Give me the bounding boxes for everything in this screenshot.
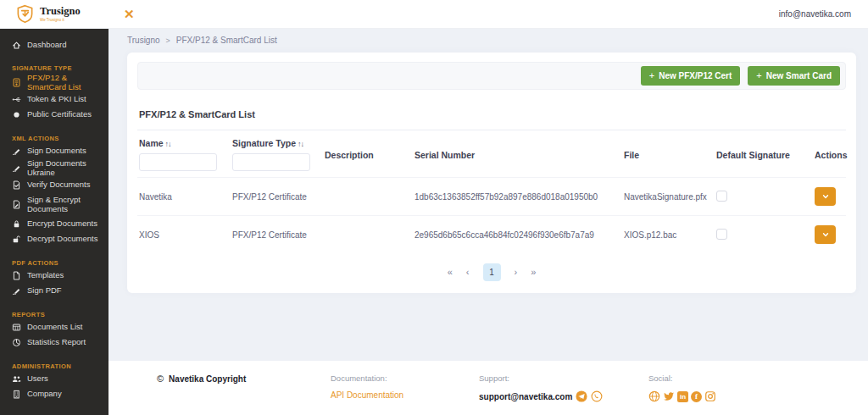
shield-logo-icon xyxy=(15,4,35,24)
footer-copyright: Navetika Copyright xyxy=(169,374,246,384)
cell-serial-number: 1db63c1363852ff57b92a897e886d018a01950b0 xyxy=(415,192,624,202)
sidebar-item-token-pki-list[interactable]: Token & PKI List xyxy=(0,92,108,108)
instagram-icon[interactable] xyxy=(704,390,716,402)
signature-icon xyxy=(12,286,21,296)
sidebar-item-sign-encrypt-documents[interactable]: Sign & Encrypt Documents xyxy=(0,193,108,217)
card-toolbar: + New PFX/P12 Cert + New Smart Card xyxy=(137,62,846,90)
plus-icon: + xyxy=(649,71,654,80)
sidebar-item-company[interactable]: Company xyxy=(0,387,108,402)
cell-serial-number: 2e965d6b65c6cca46b84fc02496f930e6fb7a7a9 xyxy=(415,230,624,240)
users-icon xyxy=(12,374,21,384)
cell-file: NavetikaSignature.pfx xyxy=(624,192,716,202)
sidebar-section-pdf-actions: PDF ACTIONS xyxy=(0,258,108,268)
column-header-file: File xyxy=(624,150,716,160)
certificate-icon xyxy=(12,78,21,87)
home-icon xyxy=(12,41,21,50)
breadcrumb-separator-icon: > xyxy=(166,36,170,45)
chevron-down-icon xyxy=(821,230,830,239)
list-card: + New PFX/P12 Cert + New Smart Card PFX/… xyxy=(127,53,856,293)
footer-documentation-label: Documentation: xyxy=(331,374,479,383)
usb-icon xyxy=(12,95,21,104)
sidebar-item-documents-list[interactable]: Documents List xyxy=(0,320,108,335)
sidebar-item-verify-documents[interactable]: Verify Documents xyxy=(0,178,108,193)
support-email[interactable]: support@navetika.com xyxy=(479,392,572,401)
row-actions-dropdown-button[interactable] xyxy=(815,187,836,206)
row-actions-dropdown-button[interactable] xyxy=(815,225,836,244)
cell-name: Navetika xyxy=(139,192,232,202)
sidebar-item-sign-documents-ukraine[interactable]: Sign Documents Ukraine xyxy=(0,159,108,178)
column-header-default-signature: Default Signature xyxy=(716,150,810,160)
sidebar-section-xml-actions: XML ACTIONS xyxy=(0,134,108,144)
content-spacer xyxy=(108,293,868,361)
breadcrumb-home[interactable]: Trusigno xyxy=(127,36,160,45)
column-header-description: Description xyxy=(325,150,415,160)
pagination-last-button[interactable]: » xyxy=(531,268,536,277)
copyright-icon: © xyxy=(157,374,164,385)
sidebar-item-public-certificates[interactable]: Public Certificates xyxy=(0,108,108,123)
table-row: Navetika PFX/P12 Certificate 1db63c13638… xyxy=(137,177,846,215)
pagination-first-button[interactable]: « xyxy=(448,268,453,277)
app-window: Trusigno We Trusigno it ✕ info@navetika.… xyxy=(0,0,868,415)
signature-icon xyxy=(12,147,21,156)
pagination-prev-button[interactable]: ‹ xyxy=(466,268,470,277)
footer: © Navetika Copyright Documentation: API … xyxy=(108,361,868,415)
cell-signature-type: PFX/P12 Certificate xyxy=(232,230,325,240)
new-pfx-p12-cert-button[interactable]: + New PFX/P12 Cert xyxy=(641,66,741,86)
main-content: Trusigno > PFX/P12 & SmartCard List + Ne… xyxy=(108,29,868,415)
cell-file: XIOS.p12.bac xyxy=(624,230,716,240)
file-signature-icon xyxy=(12,200,21,209)
breadcrumb: Trusigno > PFX/P12 & SmartCard List xyxy=(108,29,868,51)
top-header: Trusigno We Trusigno it ✕ info@navetika.… xyxy=(0,0,868,29)
telegram-icon[interactable] xyxy=(576,390,587,402)
sidebar: Dashboard SIGNATURE TYPE PFX/P12 & Smart… xyxy=(0,29,108,415)
name-filter-input[interactable] xyxy=(139,153,217,171)
header-contact-email[interactable]: info@navetika.com xyxy=(779,9,868,19)
sidebar-item-pfx-p12-smartcard-list[interactable]: PFX/P12 & SmartCard List xyxy=(0,74,108,92)
circle-icon xyxy=(12,110,21,119)
brand-name: Trusigno xyxy=(40,6,81,17)
globe-icon[interactable] xyxy=(648,390,660,402)
sidebar-item-sign-pdf[interactable]: Sign PDF xyxy=(0,284,108,299)
card-title: PFX/P12 & SmartCard List xyxy=(139,109,255,119)
table-row: XIOS PFX/P12 Certificate 2e965d6b65c6cca… xyxy=(137,215,846,253)
building-icon xyxy=(12,390,21,399)
footer-social-label: Social: xyxy=(648,374,854,383)
linkedin-icon[interactable]: in xyxy=(677,391,688,402)
sidebar-item-users[interactable]: Users xyxy=(0,372,108,387)
brand-logo[interactable]: Trusigno We Trusigno it xyxy=(0,4,108,24)
pagination-page-1[interactable]: 1 xyxy=(483,263,501,281)
column-header-signature-type[interactable]: Signature Type↑↓ xyxy=(232,138,325,148)
cell-name: XIOS xyxy=(139,230,232,240)
sidebar-item-statistics-report[interactable]: Statistics Report xyxy=(0,335,108,351)
unlock-icon xyxy=(12,235,21,244)
default-signature-checkbox[interactable] xyxy=(716,229,727,240)
certificates-table: Name↑↓ Signature Type↑↓ Description Seri… xyxy=(137,130,846,253)
new-smart-card-button[interactable]: + New Smart Card xyxy=(748,66,840,86)
sidebar-item-encrypt-documents[interactable]: Encrypt Documents xyxy=(0,217,108,232)
chevron-down-icon xyxy=(821,192,830,201)
plus-icon: + xyxy=(756,71,761,80)
signature-type-filter-input[interactable] xyxy=(232,153,310,171)
whatsapp-icon[interactable] xyxy=(591,390,603,402)
table-icon xyxy=(12,323,21,332)
pagination-next-button[interactable]: › xyxy=(515,268,518,277)
sidebar-section-reports: REPORTS xyxy=(0,310,108,320)
sidebar-item-decrypt-documents[interactable]: Decrypt Documents xyxy=(0,232,108,247)
sidebar-item-sign-documents[interactable]: Sign Documents xyxy=(0,144,108,159)
cell-signature-type: PFX/P12 Certificate xyxy=(232,192,325,202)
footer-support-label: Support: xyxy=(479,374,648,383)
api-documentation-link[interactable]: API Documentation xyxy=(331,390,479,400)
column-header-serial-number: Serial Number xyxy=(415,150,624,160)
file-icon xyxy=(12,271,21,280)
sort-icon[interactable]: ↑↓ xyxy=(298,140,303,148)
twitter-icon[interactable] xyxy=(663,390,675,402)
sidebar-toggle-close-icon[interactable]: ✕ xyxy=(124,8,135,20)
sidebar-section-administration: ADMINISTRATION xyxy=(0,362,108,372)
sidebar-item-templates[interactable]: Templates xyxy=(0,268,108,284)
default-signature-checkbox[interactable] xyxy=(716,191,727,202)
facebook-icon[interactable]: f xyxy=(691,391,702,402)
sort-icon[interactable]: ↑↓ xyxy=(165,140,171,148)
sidebar-item-dashboard[interactable]: Dashboard xyxy=(0,37,108,53)
pie-chart-icon xyxy=(12,338,21,347)
column-header-name[interactable]: Name↑↓ xyxy=(139,138,232,148)
